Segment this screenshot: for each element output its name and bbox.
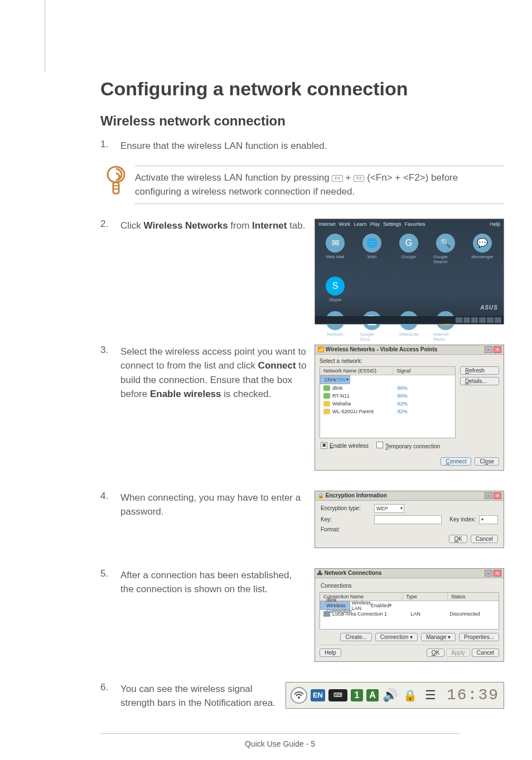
key-label: Key: — [321, 516, 371, 522]
close-button[interactable]: × — [494, 346, 501, 353]
svg-point-4 — [298, 696, 300, 699]
network-name: RT-N11 — [332, 393, 398, 399]
text-bold: Wireless Networks — [144, 220, 228, 231]
wifi-signal-icon[interactable] — [291, 687, 307, 704]
cell-status: Enabled — [371, 603, 389, 608]
details-button[interactable]: Details... — [460, 377, 499, 385]
network-row[interactable]: Chris70% — [320, 375, 350, 384]
create-button[interactable]: Create... — [340, 633, 371, 641]
app-skype[interactable]: SSkype — [323, 277, 347, 302]
text-fragment: Click — [120, 220, 144, 231]
app-label: Google Docs — [360, 332, 384, 342]
text-bold: Enable wireless — [150, 389, 221, 399]
temporary-connection-label: emporary connection — [388, 443, 440, 449]
indicator-a[interactable]: A — [366, 689, 379, 701]
tab-learn[interactable]: Learn — [354, 221, 366, 227]
network-row[interactable]: Wahaha62% — [320, 400, 455, 408]
temporary-connection-checkbox[interactable] — [376, 442, 383, 448]
network-signal: 62% — [398, 401, 452, 406]
keyboard-icon[interactable]: ⌨ — [328, 689, 347, 701]
close-button[interactable]: Close — [475, 457, 499, 466]
note-box: Activate the wireless LAN function by pr… — [100, 166, 504, 204]
minimize-button[interactable]: – — [485, 492, 492, 499]
format-label: Format: — [321, 526, 371, 533]
cancel-button[interactable]: Cancel — [472, 648, 499, 657]
manage-menu-button[interactable]: Manage ▾ — [421, 633, 456, 641]
help-button[interactable]: Help — [320, 648, 341, 657]
app-messenger[interactable]: 💬Messenger — [470, 234, 495, 264]
tab-internet[interactable]: Internet — [318, 221, 336, 227]
note-text-pre: Activate the wireless LAN function by pr… — [135, 172, 332, 183]
note-icon — [100, 166, 129, 197]
page-footer: Quick Use Guide - 5 — [45, 734, 515, 748]
volume-icon[interactable]: 🔊 — [382, 687, 399, 704]
app-google-search[interactable]: 🔍Google Search — [433, 234, 458, 264]
minimize-button[interactable]: – — [485, 570, 492, 577]
app-google[interactable]: GGoogle — [396, 234, 421, 264]
cancel-button[interactable]: Cancel — [471, 535, 498, 543]
lock-icon[interactable]: 🔒 — [402, 687, 419, 704]
connections-menu[interactable]: Connections — [320, 582, 499, 592]
ok-button[interactable]: OK — [449, 535, 467, 543]
apply-button: Apply — [446, 648, 470, 657]
network-row[interactable]: WL-520GU Parent82% — [320, 408, 455, 415]
wifi-icon — [323, 409, 330, 414]
tab-work[interactable]: Work — [339, 221, 351, 227]
page-title: Configuring a network connection — [100, 78, 504, 100]
note-plus: + — [345, 172, 354, 183]
network-row[interactable]: dlink80% — [320, 384, 455, 392]
tab-favorites[interactable]: Favorites — [404, 221, 425, 227]
close-button[interactable]: × — [494, 570, 501, 577]
minimize-button[interactable]: – — [485, 346, 492, 353]
language-indicator[interactable]: EN — [311, 689, 325, 701]
wifi-icon — [323, 385, 330, 391]
screenshot-encryption: 🔒 Encryption Information – × Encryption … — [315, 491, 504, 548]
app-label: Google Search — [433, 254, 458, 264]
step-text: Select the wireless access point you wan… — [120, 345, 315, 401]
wifi-icon — [323, 401, 330, 406]
enable-wireless-checkbox[interactable]: ✖ — [321, 442, 327, 449]
network-list[interactable]: Network Name (ESSID) Signal Chris70% dli… — [320, 366, 456, 438]
table-row[interactable]: dlink Wireless Connection Wireless LAN E… — [320, 601, 350, 610]
tab-settings[interactable]: Settings — [383, 221, 402, 227]
svg-rect-1 — [113, 182, 119, 193]
menu-icon[interactable]: ☰ — [422, 687, 439, 704]
network-name: WL-520GU Parent — [332, 409, 398, 414]
tab-play[interactable]: Play — [370, 221, 380, 227]
network-name: Chris — [325, 377, 336, 383]
table-row[interactable]: Local Area Connection 1 LAN Disconnected — [320, 610, 499, 618]
app-web[interactable]: 🌐Web — [360, 234, 384, 264]
encryption-type-select[interactable]: WEP — [374, 504, 404, 513]
connection-menu-button[interactable]: Connection ▾ — [375, 633, 418, 641]
step-number: 3. — [100, 345, 120, 356]
text-fragment: from — [230, 220, 252, 231]
ok-button[interactable]: OK — [427, 648, 444, 657]
cell-status: Disconnected — [449, 611, 495, 617]
properties-button[interactable]: Properties... — [459, 633, 499, 641]
connections-table: Connection Name Type Status dlink Wirele… — [320, 592, 499, 630]
network-signal: 82% — [398, 409, 452, 414]
network-signal: 70% — [336, 377, 346, 383]
connect-button[interactable]: Connect — [441, 457, 471, 466]
column-status: Status — [448, 593, 499, 601]
clock: 16:39 — [447, 686, 499, 704]
app-label: Skype — [329, 297, 341, 302]
step-text: Click Wireless Networks from Internet ta… — [120, 219, 315, 233]
help-link[interactable]: Help — [490, 221, 500, 227]
indicator-one[interactable]: 1 — [351, 689, 363, 701]
network-row[interactable]: RT-N1180% — [320, 392, 455, 400]
step-number: 4. — [100, 491, 120, 502]
window-title: 🔒 Encryption Information — [317, 492, 387, 498]
key-index-select[interactable] — [479, 515, 498, 524]
f2-key-icon: F2 — [354, 175, 364, 182]
close-button[interactable]: × — [494, 492, 501, 499]
screenshot-network-connections: 🖧 Network Connections – × Connections Co… — [315, 568, 504, 662]
network-signal: 80% — [398, 393, 452, 399]
refresh-button[interactable]: Refresh — [460, 366, 499, 375]
cell-name: Local Area Connection 1 — [332, 611, 410, 617]
column-network-name: Network Name (ESSID) — [320, 367, 393, 375]
app-web-mail[interactable]: ✉Web Mail — [323, 234, 347, 264]
screenshot-wireless-networks: 📶 Wireless Networks - Visible Access Poi… — [315, 345, 504, 471]
app-label: Google — [402, 254, 416, 259]
key-input[interactable] — [374, 515, 442, 524]
